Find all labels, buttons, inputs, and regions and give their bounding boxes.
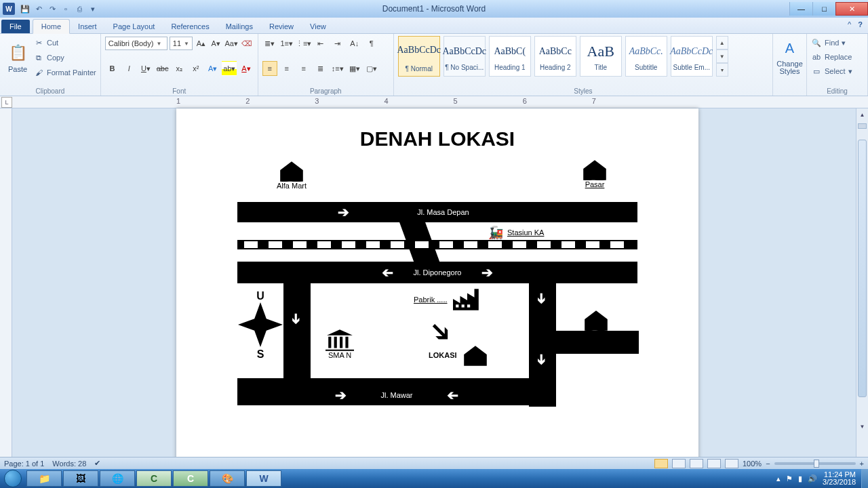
tray-up-icon[interactable]: ▴ xyxy=(776,474,781,483)
taskbar-word[interactable]: W xyxy=(246,470,281,487)
taskbar-camtasia1[interactable]: C xyxy=(136,470,172,487)
tab-view[interactable]: View xyxy=(302,20,334,33)
change-case-icon[interactable]: Aa▾ xyxy=(224,36,239,51)
bold-icon[interactable]: B xyxy=(105,61,120,76)
style-row-up[interactable]: ▲ xyxy=(716,36,728,49)
qat-more-icon[interactable]: ▾ xyxy=(87,3,99,15)
view-print-layout[interactable] xyxy=(654,459,668,468)
style--no-spaci-[interactable]: AaBbCcDc¶ No Spaci... xyxy=(443,36,486,77)
style-subtle-em-[interactable]: AaBbCcDcSubtle Em... xyxy=(671,36,713,77)
qat-new-icon[interactable]: ▫ xyxy=(60,3,72,15)
close-button[interactable]: ✕ xyxy=(835,2,868,16)
tab-mailings[interactable]: Mailings xyxy=(218,20,261,33)
tab-page-layout[interactable]: Page Layout xyxy=(105,20,163,33)
taskbar-app1[interactable]: 🖼 xyxy=(63,470,98,487)
taskbar-camtasia2[interactable]: C xyxy=(173,470,208,487)
tray-flag-icon[interactable]: ⚑ xyxy=(786,474,793,483)
zoom-slider[interactable] xyxy=(774,462,856,465)
help-icon[interactable]: ? xyxy=(858,20,863,28)
change-styles-button[interactable]: A Change Styles xyxy=(777,36,802,77)
multilevel-icon[interactable]: ⋮≡▾ xyxy=(296,36,311,51)
copy-button[interactable]: ⧉Copy xyxy=(33,51,96,64)
paste-button[interactable]: 📋 Paste xyxy=(4,41,31,75)
qat-save-icon[interactable]: 💾 xyxy=(19,3,31,15)
style-row-down[interactable]: ▼ xyxy=(716,49,728,63)
qat-print-icon[interactable]: ⎙ xyxy=(73,3,85,15)
align-center-icon[interactable]: ≡ xyxy=(279,61,294,76)
split-handle[interactable] xyxy=(858,123,867,129)
tray-network-icon[interactable]: ▮ xyxy=(798,474,802,483)
scroll-thumb[interactable] xyxy=(858,140,867,397)
shrink-font-icon[interactable]: A▾ xyxy=(210,36,222,51)
cut-button[interactable]: ✂Cut xyxy=(33,36,96,49)
shading-icon[interactable]: ▦▾ xyxy=(347,61,362,76)
document-page[interactable]: DENAH LOKASI Alfa Mart Pasar ➔ Jl. Masa … xyxy=(176,108,698,457)
maximize-button[interactable]: □ xyxy=(812,2,835,16)
zoom-out-icon[interactable]: − xyxy=(766,460,770,468)
tab-insert[interactable]: Insert xyxy=(70,20,105,33)
status-proof-icon[interactable]: ✔ xyxy=(94,459,100,468)
vertical-ruler[interactable] xyxy=(0,108,12,457)
tab-references[interactable]: References xyxy=(163,20,217,33)
italic-icon[interactable]: I xyxy=(121,61,136,76)
format-painter-button[interactable]: 🖌Format Painter xyxy=(33,66,96,79)
scroll-down-icon[interactable]: ▼ xyxy=(856,420,868,432)
view-draft[interactable] xyxy=(725,459,738,468)
superscript-icon[interactable]: x² xyxy=(189,61,203,76)
minimize-ribbon-icon[interactable]: ^ xyxy=(848,20,851,28)
font-color-icon[interactable]: A▾ xyxy=(239,61,254,76)
strike-icon[interactable]: abc xyxy=(155,61,170,76)
zoom-in-icon[interactable]: + xyxy=(860,460,864,468)
subscript-icon[interactable]: x₂ xyxy=(172,61,186,76)
numbering-icon[interactable]: 1≡▾ xyxy=(279,36,294,51)
text-effects-icon[interactable]: A▾ xyxy=(205,61,220,76)
font-size-select[interactable]: 11▼ xyxy=(170,37,193,50)
tray-sound-icon[interactable]: 🔊 xyxy=(808,474,817,483)
align-right-icon[interactable]: ≡ xyxy=(296,61,311,76)
bullets-icon[interactable]: ≣▾ xyxy=(262,36,277,51)
zoom-knob[interactable] xyxy=(814,460,819,468)
scroll-up-icon[interactable]: ▲ xyxy=(856,108,868,121)
vertical-scrollbar[interactable]: ▲ ▼ xyxy=(856,108,868,457)
minimize-button[interactable]: — xyxy=(789,2,812,16)
taskbar-explorer[interactable]: 📁 xyxy=(26,470,62,487)
tab-home[interactable]: Home xyxy=(33,19,70,34)
justify-icon[interactable]: ≣ xyxy=(313,61,328,76)
grow-font-icon[interactable]: A▴ xyxy=(195,36,208,51)
view-web-layout[interactable] xyxy=(690,459,703,468)
indent-inc-icon[interactable]: ⇥ xyxy=(330,36,345,51)
style--normal[interactable]: AaBbCcDc¶ Normal xyxy=(398,36,440,77)
line-spacing-icon[interactable]: ↕≡▾ xyxy=(330,61,345,76)
underline-icon[interactable]: U▾ xyxy=(138,61,153,76)
view-outline[interactable] xyxy=(707,459,721,468)
status-words[interactable]: Words: 28 xyxy=(52,460,86,468)
style-subtitle[interactable]: AaBbCc.Subtitle xyxy=(625,36,667,77)
clear-formatting-icon[interactable]: ⌫ xyxy=(241,36,254,51)
show-desktop-button[interactable] xyxy=(861,469,868,488)
select-button[interactable]: ▭Select ▾ xyxy=(811,64,863,78)
borders-icon[interactable]: ▢▾ xyxy=(364,61,379,76)
status-page[interactable]: Page: 1 of 1 xyxy=(4,460,44,468)
tab-review[interactable]: Review xyxy=(261,20,302,33)
show-marks-icon[interactable]: ¶ xyxy=(364,36,379,51)
zoom-value[interactable]: 100% xyxy=(743,460,762,468)
style-heading-1[interactable]: AaBbC(Heading 1 xyxy=(489,36,531,77)
sort-icon[interactable]: A↓ xyxy=(347,36,362,51)
align-left-icon[interactable]: ≡ xyxy=(262,61,277,76)
taskbar-chrome[interactable]: 🌐 xyxy=(100,470,135,487)
style-title[interactable]: AaBTitle xyxy=(580,36,622,77)
horizontal-ruler[interactable]: 1234567 xyxy=(0,96,868,108)
start-button[interactable] xyxy=(0,469,26,488)
replace-button[interactable]: abReplace xyxy=(811,50,863,64)
qat-redo-icon[interactable]: ↷ xyxy=(46,3,58,15)
tray-clock[interactable]: 11:24 PM 3/23/2018 xyxy=(823,471,856,486)
highlight-icon[interactable]: ab▾ xyxy=(222,61,237,76)
style-heading-2[interactable]: AaBbCcHeading 2 xyxy=(534,36,576,77)
view-full-screen[interactable] xyxy=(672,459,686,468)
font-name-select[interactable]: Calibri (Body)▼ xyxy=(105,37,167,50)
qat-undo-icon[interactable]: ↶ xyxy=(33,3,45,15)
tab-file[interactable]: File xyxy=(1,20,30,33)
find-button[interactable]: 🔍Find ▾ xyxy=(811,36,863,49)
indent-dec-icon[interactable]: ⇤ xyxy=(313,36,328,51)
taskbar-paint[interactable]: 🎨 xyxy=(210,470,245,487)
